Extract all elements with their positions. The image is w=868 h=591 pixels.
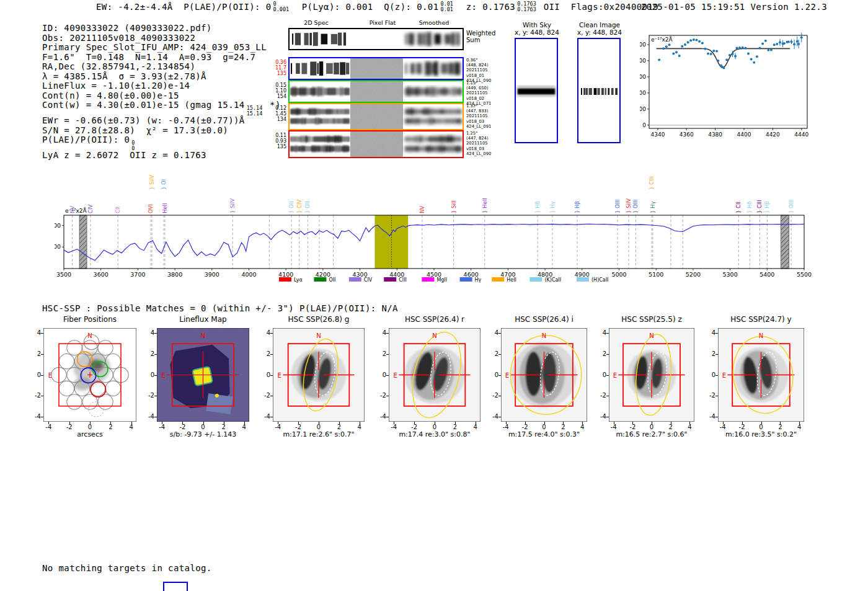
x-tick-label: -2 — [61, 424, 78, 430]
text-segment: Cont(n) = 4.80(±0.00)e-15 — [42, 91, 179, 100]
emission-line-marker-label: } Hδ — [534, 201, 541, 213]
hsc-match-summary: HSC-SSP : Possible Matches = 0 (within +… — [42, 303, 398, 313]
x-tick-mark — [723, 422, 724, 424]
text-segment: LineFlux = -1.10(±1.20)e-14 — [42, 81, 190, 91]
y-tick-mark — [715, 396, 718, 396]
cutout-panel-flux-1: Lineflux MapNE-4-4-2-2002244s/b: -9.73 +… — [136, 314, 270, 445]
cutout-panel-caption: m:16.0 re:3.5" s:0.2" — [697, 430, 825, 438]
legend-label: CIV — [364, 277, 373, 283]
y-tick-mark — [715, 417, 718, 417]
x-tick-mark — [339, 422, 340, 424]
emission-line-marker-label: NV — [69, 206, 76, 213]
y-tick-label: -2 — [487, 392, 498, 399]
elixer-report-page: EW: -4.2±-4.4Å P(LAE)/P(OII): 000.001 P(… — [0, 0, 868, 591]
x-tick-mark — [671, 422, 671, 424]
y-tick-label: 4 — [375, 329, 386, 336]
x-tick-mark — [319, 422, 319, 424]
x-tick-mark — [48, 422, 49, 424]
cutout-panel-title: HSC SSP(26.8) g — [252, 315, 386, 324]
svg-text:4900: 4900 — [575, 271, 590, 278]
x-tick-mark — [761, 422, 762, 424]
y-tick-mark — [606, 417, 609, 417]
emission-line-marker-label: } SiIV — [149, 175, 155, 190]
y-tick-label: -2 — [259, 392, 270, 399]
compass-north-label: N — [542, 332, 546, 339]
legend-label: CIII — [399, 277, 407, 283]
legend-label: (H)CaII — [591, 277, 608, 283]
x-tick-mark — [506, 422, 507, 424]
legend-swatch — [384, 277, 396, 282]
y-tick-mark — [386, 354, 389, 355]
svg-text:4340: 4340 — [650, 131, 665, 138]
info-line-0: ID: 4090333022 (4090333022.pdf) — [42, 24, 281, 33]
x-tick-label: -4 — [154, 424, 170, 430]
emission-line-marker-label: } SiIV — [626, 198, 632, 213]
y-tick-label: 4 — [595, 329, 606, 336]
cutout-panel-hsc-2: HSC SSP(26.8) gNE-4-4-2-2002244m:17.1 re… — [252, 314, 386, 445]
emission-line-marker-label: } CIV — [296, 199, 303, 213]
info-line-12: LyA z = 2.6072 OII z = 0.1763 — [42, 151, 281, 161]
emission-line-marker-label: } OIII — [788, 200, 794, 213]
x-tick-mark — [244, 422, 245, 424]
sup-sub-stack: 0.010.01 — [441, 1, 453, 12]
emission-line-marker-label: } OIII — [632, 200, 639, 213]
emission-line-marker-label: } OII — [304, 201, 311, 213]
svg-text:e⁻¹⁷x2Å: e⁻¹⁷x2Å — [65, 207, 87, 214]
compass-east-label: E — [162, 372, 166, 379]
legend-swatch — [492, 277, 504, 282]
sky-panel-title: With Skyx, y: 448, 824 — [506, 21, 568, 36]
y-tick-mark — [41, 333, 43, 334]
svg-text:600: 600 — [640, 74, 646, 80]
y-tick-label: -4 — [375, 413, 386, 420]
spec2d-row-fiber-3 — [288, 103, 464, 130]
y-tick-label: 2 — [487, 350, 498, 357]
svg-text:e⁻¹⁷x2Å: e⁻¹⁷x2Å — [651, 36, 673, 43]
y-tick-label: -2 — [704, 392, 715, 399]
x-tick-mark — [689, 422, 690, 424]
y-tick-label: -2 — [595, 392, 606, 399]
full-spectrum-chart: 5001000350036003700380039004000410042004… — [55, 162, 814, 288]
x-tick-mark — [224, 422, 224, 424]
x-tick-mark — [563, 422, 564, 424]
emission-line-fit-chart: 0200400600800100043404360438044004420444… — [640, 26, 821, 148]
y-tick-mark — [154, 375, 157, 376]
spec2d-row-right-labels: 1.37"(447, 833)20211105v018_03424_LL_091 — [466, 104, 498, 129]
x-tick-mark — [298, 422, 299, 424]
svg-text:4380: 4380 — [708, 131, 722, 138]
y-tick-label: -2 — [143, 392, 154, 399]
text-segment: Cont(w) = 4.30(±0.01)e-15 (gmag 15.14 — [42, 100, 245, 110]
svg-text:3700: 3700 — [130, 271, 145, 278]
x-tick-label: -4 — [386, 424, 402, 430]
y-tick-mark — [270, 375, 273, 376]
cutout-panel-image: NE — [43, 328, 136, 422]
y-tick-mark — [270, 333, 273, 334]
x-tick-label: 2 — [102, 424, 118, 430]
x-tick-label: 0 — [195, 424, 211, 430]
y-tick-mark — [606, 375, 609, 376]
text-segment: F=1.6" T=0.148 N=1.14 A=0.93 g=24.7 — [42, 52, 255, 62]
y-tick-mark — [41, 417, 43, 417]
info-line-7: Cont(n) = 4.80(±0.00)e-15 — [42, 91, 281, 101]
x-tick-mark — [455, 422, 456, 424]
y-tick-mark — [386, 396, 389, 396]
svg-text:4100: 4100 — [278, 271, 293, 278]
svg-text:4400: 4400 — [737, 131, 751, 138]
emission-line-marker-label: } Hδ — [746, 201, 753, 213]
text-segment: Obs: 20211105v018_4090333022 — [42, 33, 195, 43]
cutout-panel-caption: m:17.1 re:2.6" s:0.7" — [252, 430, 386, 438]
x-tick-mark — [162, 422, 162, 424]
spec2d-row-left-labels: 0.3611.7135 — [273, 60, 286, 76]
y-tick-mark — [498, 417, 501, 417]
emission-line-marker-label: OVI — [148, 204, 154, 213]
cutout-panel-hsc-6: HSC SSP(24.7) yNE-4-4-2-2002244m:16.0 re… — [697, 314, 825, 445]
x-tick-mark — [742, 422, 743, 424]
x-tick-label: 0 — [82, 424, 98, 430]
x-tick-label: -2 — [290, 424, 306, 430]
x-tick-mark — [182, 422, 183, 424]
x-tick-mark — [652, 422, 652, 424]
x-tick-label: 0 — [536, 424, 552, 430]
header-summary: EW: -4.2±-4.4Å P(LAE)/P(OII): 000.001 P(… — [96, 1, 658, 12]
x-tick-label: -2 — [624, 424, 640, 430]
spec2d-col-header: 2D Spec — [285, 19, 347, 26]
y-tick-label: -4 — [595, 413, 606, 420]
